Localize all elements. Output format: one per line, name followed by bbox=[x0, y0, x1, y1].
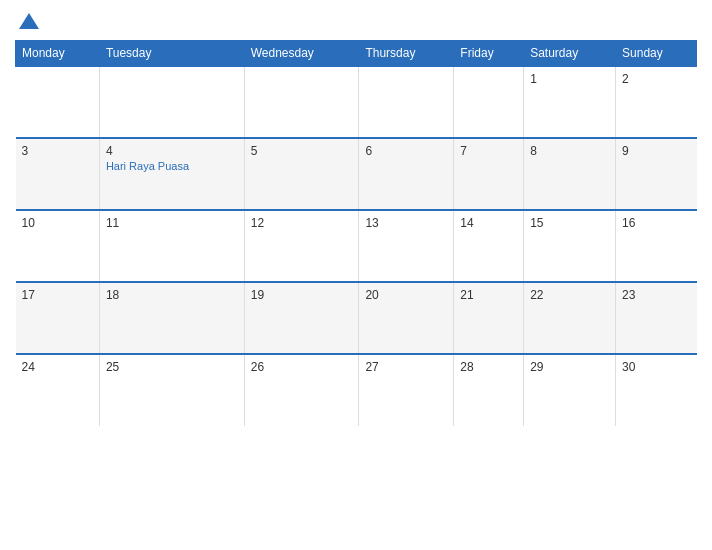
calendar-cell: 4Hari Raya Puasa bbox=[99, 138, 244, 210]
calendar-cell: 18 bbox=[99, 282, 244, 354]
day-number: 15 bbox=[530, 216, 609, 230]
day-number: 30 bbox=[622, 360, 690, 374]
day-number: 5 bbox=[251, 144, 353, 158]
day-number: 21 bbox=[460, 288, 517, 302]
col-header-tuesday: Tuesday bbox=[99, 41, 244, 67]
calendar-cell: 12 bbox=[244, 210, 359, 282]
day-number: 7 bbox=[460, 144, 517, 158]
col-header-sunday: Sunday bbox=[616, 41, 697, 67]
day-number: 18 bbox=[106, 288, 238, 302]
day-number: 17 bbox=[22, 288, 93, 302]
day-number: 14 bbox=[460, 216, 517, 230]
calendar-cell: 26 bbox=[244, 354, 359, 426]
day-number: 9 bbox=[622, 144, 690, 158]
calendar-cell: 29 bbox=[524, 354, 616, 426]
day-number: 13 bbox=[365, 216, 447, 230]
calendar-cell: 19 bbox=[244, 282, 359, 354]
day-number: 22 bbox=[530, 288, 609, 302]
calendar-cell: 10 bbox=[16, 210, 100, 282]
calendar-cell: 21 bbox=[454, 282, 524, 354]
day-number: 27 bbox=[365, 360, 447, 374]
day-number: 16 bbox=[622, 216, 690, 230]
day-number: 11 bbox=[106, 216, 238, 230]
col-header-saturday: Saturday bbox=[524, 41, 616, 67]
header bbox=[15, 10, 697, 32]
calendar-cell: 15 bbox=[524, 210, 616, 282]
day-number: 19 bbox=[251, 288, 353, 302]
day-number: 6 bbox=[365, 144, 447, 158]
day-number: 12 bbox=[251, 216, 353, 230]
calendar-table: MondayTuesdayWednesdayThursdayFridaySatu… bbox=[15, 40, 697, 426]
day-number: 24 bbox=[22, 360, 93, 374]
calendar-cell: 27 bbox=[359, 354, 454, 426]
calendar-cell: 28 bbox=[454, 354, 524, 426]
svg-marker-0 bbox=[19, 13, 39, 29]
calendar-cell: 22 bbox=[524, 282, 616, 354]
calendar-cell bbox=[454, 66, 524, 138]
calendar-cell bbox=[359, 66, 454, 138]
calendar-cell: 23 bbox=[616, 282, 697, 354]
calendar-cell: 6 bbox=[359, 138, 454, 210]
calendar-page: MondayTuesdayWednesdayThursdayFridaySatu… bbox=[0, 0, 712, 550]
day-number: 20 bbox=[365, 288, 447, 302]
col-header-thursday: Thursday bbox=[359, 41, 454, 67]
calendar-cell: 3 bbox=[16, 138, 100, 210]
day-number: 4 bbox=[106, 144, 238, 158]
calendar-cell: 11 bbox=[99, 210, 244, 282]
day-number: 2 bbox=[622, 72, 690, 86]
calendar-cell: 1 bbox=[524, 66, 616, 138]
col-header-monday: Monday bbox=[16, 41, 100, 67]
day-number: 10 bbox=[22, 216, 93, 230]
calendar-cell: 20 bbox=[359, 282, 454, 354]
calendar-cell: 9 bbox=[616, 138, 697, 210]
calendar-cell: 2 bbox=[616, 66, 697, 138]
calendar-cell: 25 bbox=[99, 354, 244, 426]
calendar-cell: 30 bbox=[616, 354, 697, 426]
calendar-cell bbox=[244, 66, 359, 138]
logo-triangle-icon bbox=[18, 10, 40, 32]
col-header-wednesday: Wednesday bbox=[244, 41, 359, 67]
calendar-header-row: MondayTuesdayWednesdayThursdayFridaySatu… bbox=[16, 41, 697, 67]
calendar-cell: 16 bbox=[616, 210, 697, 282]
calendar-cell: 17 bbox=[16, 282, 100, 354]
calendar-cell: 24 bbox=[16, 354, 100, 426]
day-number: 8 bbox=[530, 144, 609, 158]
day-number: 26 bbox=[251, 360, 353, 374]
day-number: 3 bbox=[22, 144, 93, 158]
day-number: 28 bbox=[460, 360, 517, 374]
week-row-2: 10111213141516 bbox=[16, 210, 697, 282]
calendar-cell: 5 bbox=[244, 138, 359, 210]
calendar-cell bbox=[16, 66, 100, 138]
week-row-1: 34Hari Raya Puasa56789 bbox=[16, 138, 697, 210]
week-row-4: 24252627282930 bbox=[16, 354, 697, 426]
day-number: 25 bbox=[106, 360, 238, 374]
col-header-friday: Friday bbox=[454, 41, 524, 67]
day-number: 1 bbox=[530, 72, 609, 86]
calendar-cell bbox=[99, 66, 244, 138]
calendar-cell: 14 bbox=[454, 210, 524, 282]
day-number: 23 bbox=[622, 288, 690, 302]
calendar-cell: 7 bbox=[454, 138, 524, 210]
calendar-event: Hari Raya Puasa bbox=[106, 160, 238, 172]
logo bbox=[15, 10, 40, 32]
calendar-cell: 13 bbox=[359, 210, 454, 282]
calendar-cell: 8 bbox=[524, 138, 616, 210]
week-row-3: 17181920212223 bbox=[16, 282, 697, 354]
week-row-0: 12 bbox=[16, 66, 697, 138]
day-number: 29 bbox=[530, 360, 609, 374]
